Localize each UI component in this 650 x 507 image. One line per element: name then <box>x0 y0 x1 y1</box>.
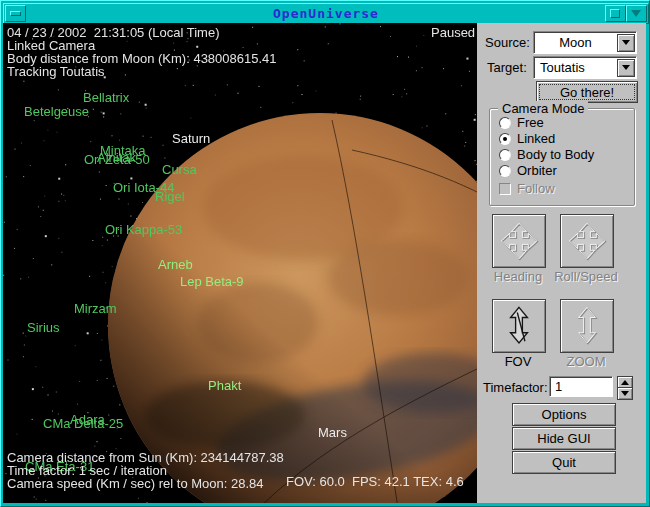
focus-rect <box>539 84 635 100</box>
four-way-arrow-icon <box>497 219 541 263</box>
window-title: OpenUniverse <box>273 6 379 21</box>
follow-checkbox: Follow <box>499 181 555 196</box>
roll-speed-pad-label: Roll/Speed <box>553 269 619 284</box>
heading-pad-label: Heading <box>492 269 544 284</box>
zoom-pad-label: ZOOM <box>553 354 619 369</box>
quit-button[interactable]: Quit <box>512 451 616 474</box>
window-menu-button[interactable] <box>5 5 26 22</box>
target-dropdown-arrow-icon[interactable] <box>617 59 635 77</box>
up-down-arrow-icon <box>497 304 541 348</box>
radio-circle-checked[interactable] <box>499 133 511 145</box>
target-label: Target: <box>487 60 527 75</box>
up-down-arrow-icon <box>565 304 609 348</box>
sky-label: Rigel <box>155 189 185 204</box>
source-label: Source: <box>485 35 530 50</box>
sky-label: Lep Beta-9 <box>180 274 244 289</box>
go-there-button[interactable]: Go there! <box>536 81 638 103</box>
zoom-pad-button[interactable] <box>560 299 614 353</box>
radio-linked[interactable]: Linked <box>499 131 555 146</box>
hud-camera-speed: Camera speed (Km / sec) rel to Moon: 28.… <box>7 477 264 490</box>
heading-pad-button[interactable] <box>492 214 546 268</box>
source-dropdown-arrow-icon[interactable] <box>617 34 635 52</box>
openuniverse-window: { "window": { "title": "OpenUniverse", "… <box>0 0 650 507</box>
control-panel: Source: Moon Target: Toutatis Go there! … <box>477 23 646 503</box>
sky-label: CMa Delta-25 <box>43 416 123 431</box>
camera-mode-title: Camera Mode <box>498 101 588 116</box>
roll-speed-pad-button[interactable] <box>560 214 614 268</box>
hud-stats: FOV: 60.0 FPS: 42.1 TEX: 4.6 <box>286 475 464 488</box>
render-viewport[interactable]: BellatrixBetelgeuseSaturnMintakaOri Zeta… <box>3 23 477 503</box>
sky-label: Phakt <box>208 378 241 393</box>
sky-label: Ori Kappa-53 <box>105 222 182 237</box>
radio-circle[interactable] <box>499 165 511 177</box>
timefactor-spin-down[interactable] <box>617 387 633 400</box>
sky-label: Mirzam <box>74 301 117 316</box>
radio-body-to-body[interactable]: Body to Body <box>499 147 594 162</box>
source-value: Moon <box>534 35 617 50</box>
fov-pad-label: FOV <box>492 354 544 369</box>
sky-label: Betelgeuse <box>24 104 89 119</box>
options-button[interactable]: Options <box>512 403 616 426</box>
radio-free[interactable]: Free <box>499 115 544 130</box>
sky-label: Bellatrix <box>83 90 129 105</box>
sky-label-layer: BellatrixBetelgeuseSaturnMintakaOri Zeta… <box>3 23 477 503</box>
radio-circle[interactable] <box>499 117 511 129</box>
maximize-button[interactable] <box>605 5 626 22</box>
hide-gui-button[interactable]: Hide GUI <box>512 427 616 450</box>
timefactor-label: Timefactor: <box>483 380 548 395</box>
sky-label: Alnitak <box>97 150 136 165</box>
checkbox-square <box>499 183 511 195</box>
sky-label: Cursa <box>162 162 197 177</box>
timefactor-input[interactable]: 1 <box>549 376 613 397</box>
hud-tracking: Tracking Toutatis <box>7 65 105 78</box>
target-dropdown[interactable]: Toutatis <box>533 56 637 79</box>
shade-button[interactable] <box>626 5 647 22</box>
four-way-arrow-icon <box>565 219 609 263</box>
sky-label: Mars <box>318 425 347 440</box>
fov-pad-button[interactable] <box>492 299 546 353</box>
sky-label: Saturn <box>172 131 210 146</box>
target-value: Toutatis <box>534 60 617 75</box>
titlebar[interactable]: OpenUniverse <box>3 3 649 24</box>
paused-indicator: Paused <box>431 26 475 39</box>
sky-label: Arneb <box>158 257 193 272</box>
source-dropdown[interactable]: Moon <box>533 31 637 54</box>
radio-orbiter[interactable]: Orbiter <box>499 163 557 178</box>
radio-circle[interactable] <box>499 149 511 161</box>
sky-label: Sirius <box>27 320 60 335</box>
